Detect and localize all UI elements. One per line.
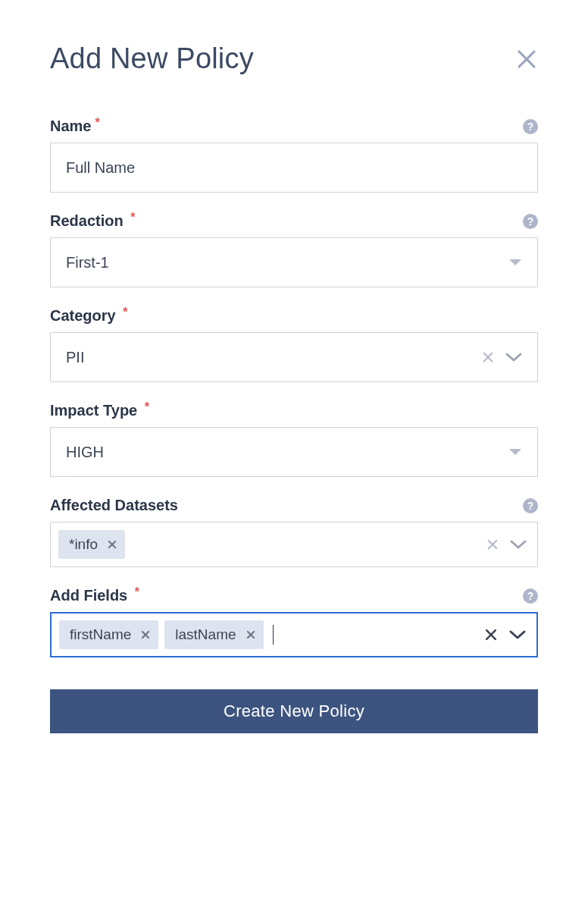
field-label-wrap: Name*: [50, 118, 100, 135]
field-redaction: Redaction * ? First-1: [50, 212, 538, 287]
text-cursor: [273, 625, 274, 645]
required-asterisk: *: [120, 306, 128, 318]
clear-icon[interactable]: [483, 627, 499, 642]
field-label-wrap: Affected Datasets: [50, 497, 178, 514]
tag-item: lastName: [164, 620, 263, 649]
field-label: Redaction: [50, 212, 124, 229]
field-label: Add Fields: [50, 587, 127, 604]
label-row: Redaction * ?: [50, 212, 538, 230]
impact-type-select[interactable]: HIGH: [50, 427, 538, 477]
close-icon[interactable]: [515, 48, 538, 71]
field-add-fields: Add Fields * ? firstName lastName: [50, 587, 538, 657]
modal-header: Add New Policy: [50, 42, 538, 75]
tag-item: *info: [58, 530, 125, 559]
help-icon[interactable]: ?: [523, 214, 538, 229]
tag-remove-icon[interactable]: [140, 629, 151, 640]
modal-title: Add New Policy: [50, 42, 254, 75]
add-policy-modal: Add New Policy Name* ? Redaction * ? Fir…: [0, 0, 588, 785]
label-row: Category *: [50, 307, 538, 325]
label-row: Add Fields * ?: [50, 587, 538, 604]
tag-label: lastName: [175, 626, 236, 643]
tag-item: firstName: [59, 620, 158, 649]
field-label: Name: [50, 118, 91, 134]
select-icons: [483, 627, 526, 642]
chevron-down-icon: [509, 629, 526, 640]
label-row: Affected Datasets ?: [50, 497, 538, 514]
tag-remove-icon[interactable]: [246, 629, 256, 640]
category-select[interactable]: PII: [50, 332, 538, 382]
field-label-wrap: Impact Type *: [50, 402, 149, 419]
tag-list: firstName lastName: [59, 620, 274, 649]
caret-down-icon: [508, 447, 522, 457]
field-label: Impact Type: [50, 402, 137, 419]
required-asterisk: *: [131, 585, 139, 598]
required-asterisk: *: [127, 211, 136, 224]
add-fields-multiselect[interactable]: firstName lastName: [50, 612, 538, 657]
tag-label: *info: [69, 536, 98, 553]
field-label: Category: [50, 307, 116, 324]
field-affected-datasets: Affected Datasets ? *info: [50, 497, 538, 567]
select-icons: [486, 538, 527, 551]
caret-down-icon: [508, 258, 522, 267]
help-icon[interactable]: ?: [523, 588, 538, 604]
field-name: Name* ?: [50, 118, 538, 193]
help-icon[interactable]: ?: [523, 498, 538, 513]
select-icons: [481, 350, 522, 364]
field-label-wrap: Add Fields *: [50, 587, 139, 604]
help-icon[interactable]: ?: [523, 119, 538, 134]
select-icons: [508, 447, 522, 457]
tag-label: firstName: [70, 626, 131, 643]
clear-icon[interactable]: [486, 538, 499, 551]
clear-icon[interactable]: [481, 350, 495, 364]
chevron-down-icon: [505, 352, 522, 362]
create-policy-button[interactable]: Create New Policy: [50, 689, 538, 733]
select-value: First-1: [66, 254, 109, 271]
field-label-wrap: Category *: [50, 307, 127, 325]
select-value: PII: [66, 349, 84, 366]
tag-remove-icon[interactable]: [107, 539, 117, 550]
field-label-wrap: Redaction *: [50, 212, 135, 230]
name-input[interactable]: [50, 143, 538, 193]
select-value: HIGH: [66, 444, 104, 461]
required-asterisk: *: [95, 116, 99, 129]
field-impact-type: Impact Type * HIGH: [50, 402, 538, 477]
chevron-down-icon: [510, 539, 527, 550]
field-category: Category * PII: [50, 307, 538, 382]
select-icons: [508, 258, 522, 267]
affected-datasets-multiselect[interactable]: *info: [50, 522, 538, 567]
field-label: Affected Datasets: [50, 497, 178, 513]
redaction-select[interactable]: First-1: [50, 237, 538, 287]
label-row: Impact Type *: [50, 402, 538, 419]
tag-list: *info: [58, 530, 125, 559]
required-asterisk: *: [141, 400, 149, 413]
label-row: Name* ?: [50, 118, 538, 135]
